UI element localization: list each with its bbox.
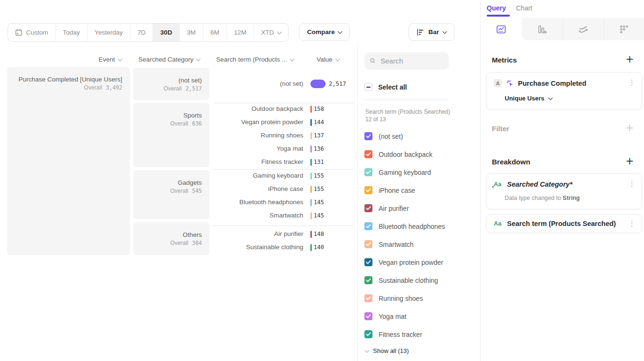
legend-item--not-set-[interactable]: (not set) bbox=[364, 132, 403, 140]
legend-item-bluetooth-headphones[interactable]: Bluetooth headphones bbox=[364, 222, 445, 230]
table-row[interactable]: Outdoor backpack 158 bbox=[213, 102, 355, 116]
table-row[interactable]: Gaming keyboard 155 bbox=[213, 169, 355, 182]
compare-button[interactable]: Compare bbox=[299, 23, 350, 41]
colored-checkbox[interactable] bbox=[364, 312, 372, 320]
show-all-link[interactable]: Show all (13) bbox=[365, 347, 409, 354]
colored-checkbox[interactable] bbox=[364, 294, 372, 302]
header-search-term[interactable]: Search term (Products ... bbox=[216, 56, 294, 63]
legend-item-vegan-protein-powder[interactable]: Vegan protein powder bbox=[364, 258, 443, 266]
legend-item-sustainable-clothing[interactable]: Sustainable clothing bbox=[364, 276, 438, 284]
date-range-label: 30D bbox=[160, 29, 172, 36]
metric-options-menu[interactable]: ⋮ bbox=[628, 78, 635, 87]
table-row[interactable]: iPhone case 155 bbox=[213, 182, 355, 196]
legend-item-gaming-keyboard[interactable]: Gaming keyboard bbox=[364, 168, 431, 176]
legend-item-air-purifier[interactable]: Air purifier bbox=[364, 204, 409, 212]
colored-checkbox[interactable] bbox=[364, 204, 372, 212]
table-row[interactable]: Fitness tracker 131 bbox=[213, 155, 355, 169]
add-metric-button[interactable]: + bbox=[626, 54, 634, 64]
indeterminate-checkbox-icon bbox=[364, 83, 372, 91]
value-text: 155 bbox=[314, 186, 324, 192]
legend-item-outdoor-backpack[interactable]: Outdoor backpack bbox=[364, 150, 433, 158]
legend-item-label: (not set) bbox=[379, 133, 403, 140]
legend-item-running-shoes[interactable]: Running shoes bbox=[364, 294, 423, 302]
category-overall: Overall384 bbox=[138, 240, 202, 246]
tab-query[interactable]: Query bbox=[487, 4, 506, 12]
tab-insights[interactable] bbox=[481, 18, 522, 40]
tab-funnels[interactable] bbox=[522, 18, 563, 40]
value-bar bbox=[310, 145, 312, 153]
chevron-down-icon bbox=[442, 29, 447, 34]
legend-item-label: Yoga mat bbox=[379, 313, 407, 320]
date-range-30d[interactable]: 30D bbox=[153, 24, 180, 41]
breakdown-card-searched-category[interactable]: Aa* Searched Category* ⋮ Data type chang… bbox=[486, 173, 642, 209]
search-term-label: iPhone case bbox=[213, 185, 303, 192]
date-range-6m[interactable]: 6M bbox=[203, 24, 227, 41]
table-row[interactable]: Vegan protein powder 144 bbox=[213, 116, 355, 129]
date-range-custom[interactable]: Custom bbox=[8, 24, 56, 41]
legend-search[interactable] bbox=[364, 52, 449, 70]
legend-item-yoga-mat[interactable]: Yoga mat bbox=[364, 312, 407, 320]
event-cell[interactable]: Purchase Completed [Unique Users] Overal… bbox=[7, 67, 130, 255]
group-divider bbox=[213, 103, 354, 103]
measure-dropdown[interactable]: Unique Users bbox=[505, 95, 552, 102]
colored-checkbox[interactable] bbox=[364, 150, 372, 158]
table-row[interactable]: Sustainable clothing 140 bbox=[213, 241, 355, 254]
date-range-yesterday[interactable]: Yesterday bbox=[88, 24, 131, 41]
breakdown-options-menu[interactable]: ⋮ bbox=[628, 219, 635, 228]
date-toolbar: Custom Today Yesterday 7D 30D 3M 6M 12M … bbox=[8, 23, 350, 42]
table-row[interactable]: Bluetooth headphones 145 bbox=[213, 196, 355, 209]
select-all-toggle[interactable]: Select all bbox=[364, 83, 407, 91]
date-range-12m[interactable]: 12M bbox=[227, 24, 254, 41]
chart-type-button[interactable]: Bar bbox=[408, 23, 454, 41]
table-row[interactable]: Yoga mat 136 bbox=[213, 142, 355, 155]
search-input[interactable] bbox=[380, 56, 443, 65]
metric-card[interactable]: A Purchase Completed ⋮ Unique Users bbox=[486, 72, 642, 110]
string-property-icon: Aa bbox=[494, 220, 503, 227]
category-cell[interactable]: Others Overall384 bbox=[133, 222, 209, 255]
category-cell[interactable]: (not set) Overall2,517 bbox=[133, 68, 209, 100]
date-range-7d[interactable]: 7D bbox=[130, 24, 153, 41]
colored-checkbox[interactable] bbox=[364, 186, 372, 194]
table-row[interactable]: Smartwatch 145 bbox=[213, 209, 355, 222]
search-term-label: Air purifier bbox=[213, 230, 303, 237]
tab-flows[interactable] bbox=[562, 18, 604, 40]
date-range-today[interactable]: Today bbox=[56, 24, 88, 41]
date-range-label: XTD bbox=[261, 29, 274, 36]
header-searched-category[interactable]: Searched Category bbox=[138, 56, 200, 63]
legend-item-iphone-case[interactable]: iPhone case bbox=[364, 186, 415, 194]
search-term-label: Gaming keyboard bbox=[213, 172, 303, 179]
add-breakdown-button[interactable]: + bbox=[626, 156, 634, 166]
insights-icon bbox=[496, 25, 506, 34]
colored-checkbox[interactable] bbox=[364, 240, 372, 248]
date-range-3m[interactable]: 3M bbox=[180, 24, 203, 41]
report-type-strip bbox=[481, 18, 644, 40]
tab-retention[interactable] bbox=[604, 18, 644, 40]
colored-checkbox[interactable] bbox=[364, 330, 372, 338]
search-term-label: Smartwatch bbox=[213, 212, 303, 219]
search-term-label: Vegan protein powder bbox=[213, 118, 303, 126]
category-cell[interactable]: Sports Overall636 bbox=[133, 103, 209, 167]
breakdown-options-menu[interactable]: ⋮ bbox=[628, 180, 635, 188]
breakdown-card-search-term[interactable]: Aa Search term (Products Searched) ⋮ bbox=[486, 214, 642, 233]
colored-checkbox[interactable] bbox=[364, 276, 372, 284]
chevron-down-icon bbox=[290, 57, 295, 62]
date-range-label: 3M bbox=[187, 29, 196, 36]
value-text: 158 bbox=[314, 106, 324, 112]
checkmark-icon bbox=[366, 170, 371, 174]
colored-checkbox[interactable] bbox=[364, 168, 372, 176]
date-range-xtd[interactable]: XTD bbox=[254, 24, 288, 41]
tab-chart[interactable]: Chart bbox=[516, 4, 532, 12]
table-row[interactable]: (not set) 2,517 bbox=[213, 77, 355, 90]
colored-checkbox[interactable] bbox=[364, 132, 372, 140]
colored-checkbox[interactable] bbox=[364, 222, 372, 230]
table-row[interactable]: Running shoes 137 bbox=[213, 129, 355, 142]
colored-checkbox[interactable] bbox=[364, 258, 372, 266]
category-cell[interactable]: Gadgets Overall545 bbox=[133, 170, 209, 219]
table-row[interactable]: Air purifier 148 bbox=[213, 227, 355, 241]
legend-item-smartwatch[interactable]: Smartwatch bbox=[364, 240, 414, 248]
checkmark-icon bbox=[366, 134, 371, 138]
add-filter-button[interactable]: + bbox=[626, 123, 634, 133]
legend-item-fitness-tracker[interactable]: Fitness tracker bbox=[364, 330, 422, 338]
header-value[interactable]: Value bbox=[317, 56, 339, 63]
header-event[interactable]: Event bbox=[99, 56, 122, 63]
